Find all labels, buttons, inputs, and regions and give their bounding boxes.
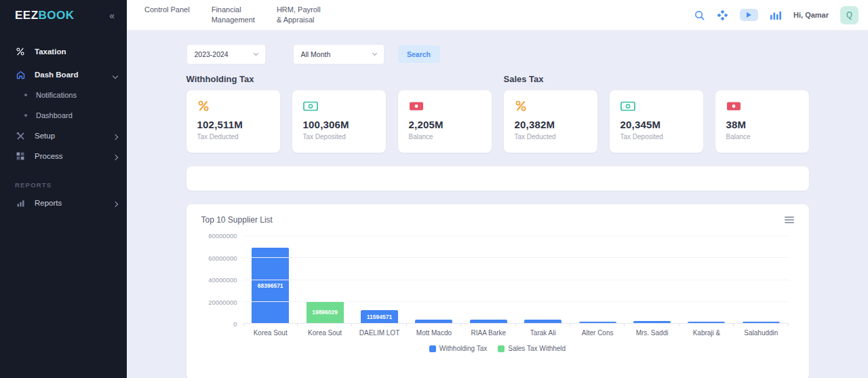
home-icon xyxy=(15,69,26,80)
stat-label: Balance xyxy=(726,133,798,140)
chart-bar[interactable] xyxy=(688,322,725,323)
chart-title: Top 10 Supplier List xyxy=(201,215,273,225)
sidebar-item-setup[interactable]: Setup xyxy=(0,126,127,146)
sidebar-collapse-icon[interactable]: « xyxy=(109,10,113,21)
chevron-down-icon xyxy=(113,69,117,81)
card-sales-tax-deposited: 20,345M Tax Deposited xyxy=(610,90,703,153)
legend-label: Withholding Tax xyxy=(439,345,487,352)
x-axis-label: DAELIM LOT xyxy=(352,324,406,337)
bullet-icon xyxy=(24,94,27,96)
nav-label: Control Panel xyxy=(144,5,190,15)
chart-bar[interactable] xyxy=(633,321,671,323)
banknote-icon xyxy=(726,99,798,113)
stat-value: 38M xyxy=(726,119,798,130)
sales-tax-group: Sales Tax 20,382M Tax Deducted 20,345M xyxy=(504,74,809,153)
chart-y-axis: 800000006000000040000000200000000 xyxy=(201,235,243,324)
sales-tax-title: Sales Tax xyxy=(504,74,809,84)
chart-plot: 683965711989602911594571 xyxy=(243,235,789,324)
bar-value-label: 68396571 xyxy=(258,282,283,289)
nav-hrm-payroll[interactable]: HRM, Payroll & Appraisal xyxy=(277,5,321,25)
card-sales-balance: 38M Balance xyxy=(715,90,809,153)
stat-label: Tax Deducted xyxy=(197,133,269,140)
topbar-actions: Hi, Qamar Q xyxy=(694,6,859,24)
legend-item[interactable]: Sales Tax Withheld xyxy=(498,345,566,352)
gridline xyxy=(243,257,789,258)
sidebar-item-label: Notifications xyxy=(36,91,77,99)
month-select[interactable]: All Month xyxy=(293,44,384,64)
stat-label: Tax Deducted xyxy=(515,133,587,140)
nav-financial-management[interactable]: Financial Management xyxy=(212,5,255,25)
card-withholding-tax-deducted: 102,511M Tax Deducted xyxy=(186,90,280,153)
app-logo: EEZBOOK xyxy=(15,9,75,22)
apps-icon[interactable] xyxy=(717,10,728,21)
fiscal-year-select[interactable]: 2023-2024 xyxy=(186,44,266,64)
play-icon[interactable] xyxy=(740,9,758,21)
card-withholding-balance: 2,205M Balance xyxy=(398,90,492,153)
nav-label: HRM, Payroll xyxy=(277,5,321,15)
sidebar: EEZBOOK « Taxation Dash Board Notificati… xyxy=(0,0,127,378)
x-axis-label: Mrs. Saddi xyxy=(625,324,679,337)
logo-text-secondary: BOOK xyxy=(39,9,75,22)
bar-value-label: 11594571 xyxy=(367,314,392,320)
chart-bar[interactable] xyxy=(470,320,507,323)
logo-row: EEZBOOK « xyxy=(0,0,127,31)
sidebar-item-label: Dash Board xyxy=(35,71,79,79)
search-icon[interactable] xyxy=(694,10,705,21)
fiscal-year-value: 2023-2024 xyxy=(195,50,229,58)
sidebar-item-label: Setup xyxy=(35,132,55,140)
y-axis-tick: 60000000 xyxy=(208,254,237,261)
stat-label: Balance xyxy=(409,133,481,140)
legend-swatch xyxy=(498,345,505,352)
percent-icon xyxy=(515,99,587,113)
chart-bar[interactable] xyxy=(579,322,616,323)
sidebar-item-label: Process xyxy=(35,152,63,160)
nav-control-panel[interactable]: Control Panel xyxy=(144,5,190,25)
sidebar-item-notifications[interactable]: Notifications xyxy=(0,85,127,105)
sidebar-item-reports[interactable]: Reports xyxy=(0,193,127,213)
stat-value: 2,205M xyxy=(409,119,481,130)
chevron-down-icon xyxy=(253,51,258,56)
sidebar-item-dashboard-group[interactable]: Dash Board xyxy=(0,64,127,85)
chart-bar[interactable] xyxy=(743,322,780,323)
x-axis-label: RIAA Barke xyxy=(461,324,515,337)
chart-bar[interactable] xyxy=(524,320,561,323)
chevron-right-icon xyxy=(113,130,117,142)
stat-label: Tax Deposited xyxy=(620,133,692,140)
chevron-right-icon xyxy=(113,197,117,209)
stat-value: 20,382M xyxy=(515,119,587,130)
bar-chart-icon xyxy=(15,197,26,208)
sidebar-section-reports: REPORTS xyxy=(15,181,127,189)
sidebar-item-dashboard[interactable]: Dashboard xyxy=(0,105,127,126)
supplier-chart-card: Top 10 Supplier List 8000000060000000400… xyxy=(186,204,809,378)
logo-text-primary: EEZ xyxy=(15,9,39,22)
nav-label: & Appraisal xyxy=(277,15,321,25)
sidebar-nav: Taxation Dash Board Notifications Dashbo… xyxy=(0,31,127,213)
chart-legend: Withholding TaxSales Tax Withheld xyxy=(201,345,794,352)
withholding-tax-group: Withholding Tax 102,511M Tax Deducted 10 xyxy=(186,74,492,153)
legend-item[interactable]: Withholding Tax xyxy=(429,345,487,352)
chart-bar[interactable]: 19896029 xyxy=(307,301,344,323)
sidebar-item-taxation[interactable]: Taxation xyxy=(0,41,127,62)
card-withholding-tax-deposited: 100,306M Tax Deposited xyxy=(292,90,386,153)
chart-menu-icon[interactable] xyxy=(785,215,794,225)
gridline xyxy=(243,301,789,302)
chart-plot-area: 800000006000000040000000200000000 683965… xyxy=(201,235,794,324)
nav-label: Management xyxy=(212,15,255,25)
chart-bar[interactable]: 68396571 xyxy=(252,248,289,323)
stats-icon[interactable] xyxy=(770,10,782,20)
empty-panel xyxy=(186,166,809,191)
avatar[interactable]: Q xyxy=(840,6,859,24)
sidebar-item-label: Reports xyxy=(35,199,62,207)
chart-bar[interactable]: 11594571 xyxy=(361,310,398,323)
bullet-icon xyxy=(24,114,27,117)
x-axis-label: Mott Macdo xyxy=(407,324,461,337)
card-sales-tax-deducted: 20,382M Tax Deducted xyxy=(504,90,597,153)
legend-swatch xyxy=(429,345,436,352)
y-axis-tick: 80000000 xyxy=(208,232,237,240)
x-axis-label: Tarak Ali xyxy=(516,324,570,337)
gridline xyxy=(243,235,789,236)
y-axis-tick: 0 xyxy=(233,320,237,328)
sidebar-item-process[interactable]: Process xyxy=(0,146,127,166)
chart-bar[interactable] xyxy=(415,320,452,323)
search-button[interactable]: Search xyxy=(398,45,440,63)
